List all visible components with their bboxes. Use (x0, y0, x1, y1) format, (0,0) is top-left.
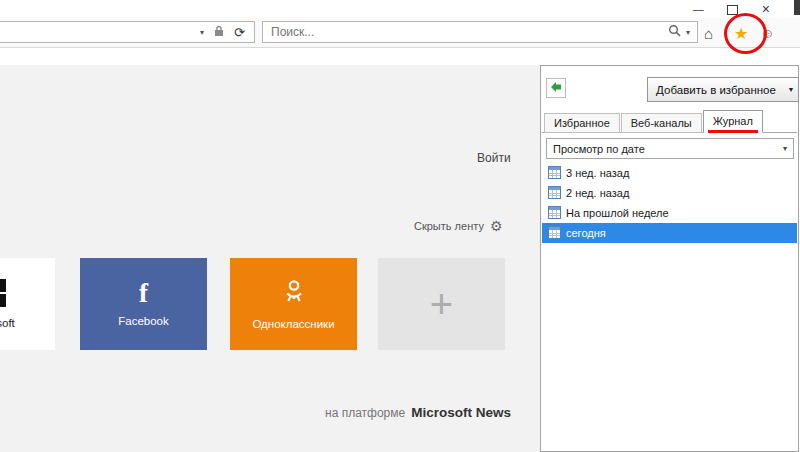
panel-tabs: Избранное Веб-каналы Журнал (544, 110, 796, 133)
title-bar: — × (0, 0, 800, 18)
facebook-icon: f (139, 281, 148, 305)
footer-brand: Microsoft News (411, 405, 511, 420)
tile-facebook[interactable]: f Facebook (80, 258, 207, 350)
chevron-down-icon: ▾ (783, 144, 787, 153)
add-favorites-dropdown-button[interactable]: ▼ (784, 77, 799, 102)
history-item-label: 2 нед. назад (566, 187, 629, 199)
favorites-center-panel: Добавить в избранное ▼ Избранное Веб-кан… (540, 65, 799, 452)
search-input[interactable]: Поиск... ▾ (262, 21, 698, 43)
history-list: 3 нед. назад 2 нед. назад На прошлой нед… (542, 163, 797, 243)
tab-history-label: Журнал (713, 115, 753, 127)
odnoklassniki-icon (281, 278, 307, 308)
calendar-icon (548, 166, 561, 181)
history-item-label: 3 нед. назад (566, 167, 629, 179)
tab-favorites[interactable]: Избранное (544, 113, 620, 133)
home-button[interactable]: ⌂ (704, 25, 713, 42)
history-item-today[interactable]: сегодня (542, 223, 797, 243)
browser-toolbar: ▾ ⟳ Поиск... ▾ ⌂ ★ ☺ (0, 18, 800, 48)
feedback-smiley-button[interactable]: ☺ (760, 25, 774, 41)
calendar-icon (548, 186, 561, 201)
tile-microsoft[interactable]: Microsoft (0, 258, 55, 350)
history-item-last-week[interactable]: На прошлой неделе (542, 203, 797, 223)
annotation-underline (708, 130, 758, 133)
tile-odnoklassniki[interactable]: Одноклассники (230, 258, 357, 350)
tab-feeds[interactable]: Веб-каналы (621, 113, 702, 133)
history-item-2-weeks[interactable]: 2 нед. назад (542, 183, 797, 203)
page-footer: на платформе Microsoft News (325, 405, 511, 420)
search-placeholder: Поиск... (263, 25, 668, 39)
view-by-date-select[interactable]: Просмотр по дате ▾ (546, 138, 794, 159)
history-item-label: сегодня (566, 227, 606, 239)
page-top-strip (0, 48, 800, 65)
refresh-button[interactable]: ⟳ (234, 26, 245, 39)
window-controls: — × (693, 2, 770, 15)
footer-prefix: на платформе (325, 406, 405, 420)
pin-arrow-icon (550, 79, 562, 97)
close-button[interactable]: × (762, 3, 770, 15)
minimize-button[interactable]: — (693, 3, 703, 15)
plus-icon: + (430, 287, 453, 321)
calendar-icon (548, 206, 561, 221)
hide-feed-link[interactable]: Скрыть ленту (414, 220, 484, 232)
tile-label: Одноклассники (252, 318, 334, 330)
address-dropdown-icon[interactable]: ▾ (200, 28, 204, 37)
tab-history[interactable]: Журнал (703, 110, 763, 133)
restore-button[interactable] (727, 5, 738, 15)
hide-feed-control: Скрыть ленту ⚙ (414, 219, 502, 233)
signin-link[interactable]: Войти (477, 151, 511, 165)
tile-add[interactable]: + (378, 258, 505, 350)
address-bar[interactable]: ▾ ⟳ (0, 21, 255, 43)
add-to-favorites-button[interactable]: Добавить в избранное (647, 77, 785, 102)
view-select-value: Просмотр по дате (553, 143, 645, 155)
tile-label: Facebook (118, 315, 169, 327)
screen-edge-decor (794, 0, 800, 15)
lock-icon (214, 23, 224, 41)
tile-label: Microsoft (0, 317, 15, 329)
favorites-star-button[interactable]: ★ (734, 24, 748, 43)
pin-panel-button[interactable] (546, 78, 566, 98)
history-item-3-weeks[interactable]: 3 нед. назад (542, 163, 797, 183)
search-dropdown-icon[interactable]: ▾ (681, 28, 697, 37)
gear-icon[interactable]: ⚙ (490, 219, 503, 233)
microsoft-logo-icon (0, 279, 6, 307)
history-item-label: На прошлой неделе (566, 207, 669, 219)
search-icon[interactable] (668, 23, 681, 41)
calendar-icon (548, 226, 561, 241)
start-page: Войти Скрыть ленту ⚙ Microsoft f Faceboo… (0, 65, 540, 452)
